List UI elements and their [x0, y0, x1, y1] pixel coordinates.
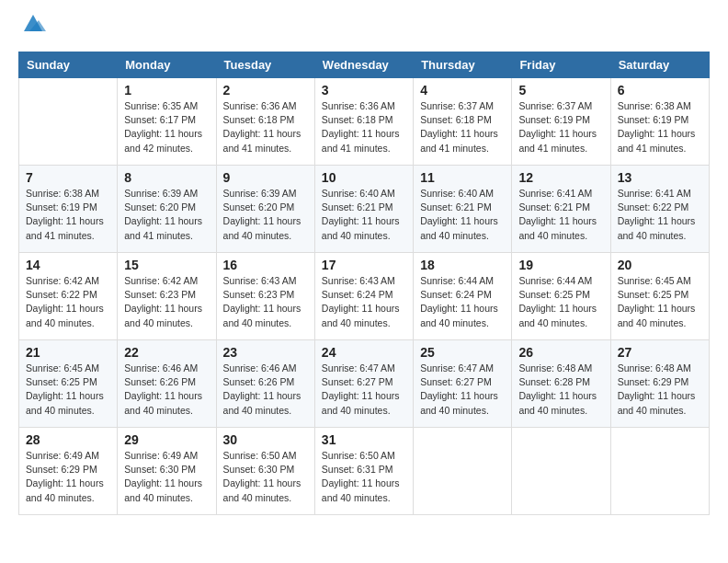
calendar-day-cell: 11Sunrise: 6:40 AMSunset: 6:21 PMDayligh…	[414, 166, 512, 253]
calendar-day-cell: 14Sunrise: 6:42 AMSunset: 6:22 PMDayligh…	[19, 253, 118, 340]
day-info: Sunrise: 6:39 AMSunset: 6:20 PMDaylight:…	[223, 187, 308, 243]
page-header	[18, 18, 710, 37]
day-info: Sunrise: 6:48 AMSunset: 6:28 PMDaylight:…	[518, 362, 603, 418]
day-info: Sunrise: 6:47 AMSunset: 6:27 PMDaylight:…	[420, 362, 505, 418]
calendar-day-cell: 20Sunrise: 6:45 AMSunset: 6:25 PMDayligh…	[610, 253, 709, 340]
calendar-day-cell: 3Sunrise: 6:36 AMSunset: 6:18 PMDaylight…	[314, 78, 413, 166]
day-number: 27	[618, 345, 702, 360]
day-info: Sunrise: 6:43 AMSunset: 6:24 PMDaylight:…	[322, 274, 406, 330]
day-info: Sunrise: 6:43 AMSunset: 6:23 PMDaylight:…	[223, 274, 308, 330]
day-number: 17	[322, 258, 406, 272]
day-number: 31	[322, 432, 406, 447]
day-number: 26	[518, 345, 603, 360]
day-number: 1	[124, 83, 209, 98]
day-info: Sunrise: 6:49 AMSunset: 6:30 PMDaylight:…	[124, 449, 209, 505]
weekday-header-cell: Tuesday	[216, 52, 314, 78]
calendar-day-cell: 18Sunrise: 6:44 AMSunset: 6:24 PMDayligh…	[414, 253, 512, 340]
calendar-week-row: 7Sunrise: 6:38 AMSunset: 6:19 PMDaylight…	[19, 166, 710, 253]
day-number: 7	[26, 170, 110, 185]
logo	[18, 18, 46, 37]
calendar-day-cell	[414, 428, 512, 515]
calendar-week-row: 28Sunrise: 6:49 AMSunset: 6:29 PMDayligh…	[19, 428, 710, 515]
calendar-day-cell: 4Sunrise: 6:37 AMSunset: 6:18 PMDaylight…	[414, 78, 512, 166]
day-number: 13	[618, 170, 702, 185]
weekday-header-cell: Friday	[512, 52, 610, 78]
weekday-header-cell: Monday	[118, 52, 216, 78]
day-info: Sunrise: 6:36 AMSunset: 6:18 PMDaylight:…	[223, 99, 308, 155]
calendar-day-cell: 5Sunrise: 6:37 AMSunset: 6:19 PMDaylight…	[512, 78, 610, 166]
calendar-day-cell: 25Sunrise: 6:47 AMSunset: 6:27 PMDayligh…	[414, 340, 512, 428]
calendar-day-cell	[512, 428, 610, 515]
day-number: 11	[420, 170, 505, 185]
calendar-week-row: 21Sunrise: 6:45 AMSunset: 6:25 PMDayligh…	[19, 340, 710, 428]
day-info: Sunrise: 6:49 AMSunset: 6:29 PMDaylight:…	[26, 449, 110, 505]
day-info: Sunrise: 6:44 AMSunset: 6:24 PMDaylight:…	[420, 274, 505, 330]
calendar-day-cell: 10Sunrise: 6:40 AMSunset: 6:21 PMDayligh…	[314, 166, 413, 253]
calendar-day-cell: 13Sunrise: 6:41 AMSunset: 6:22 PMDayligh…	[610, 166, 709, 253]
day-info: Sunrise: 6:40 AMSunset: 6:21 PMDaylight:…	[322, 187, 406, 243]
day-number: 3	[322, 83, 406, 98]
calendar-day-cell: 16Sunrise: 6:43 AMSunset: 6:23 PMDayligh…	[216, 253, 314, 340]
day-info: Sunrise: 6:47 AMSunset: 6:27 PMDaylight:…	[322, 362, 406, 418]
calendar-day-cell: 19Sunrise: 6:44 AMSunset: 6:25 PMDayligh…	[512, 253, 610, 340]
day-number: 14	[26, 258, 110, 272]
day-number: 21	[26, 345, 110, 360]
day-info: Sunrise: 6:44 AMSunset: 6:25 PMDaylight:…	[518, 274, 603, 330]
weekday-header-cell: Wednesday	[314, 52, 413, 78]
day-number: 29	[124, 432, 209, 447]
day-info: Sunrise: 6:38 AMSunset: 6:19 PMDaylight:…	[618, 99, 702, 155]
calendar-day-cell: 28Sunrise: 6:49 AMSunset: 6:29 PMDayligh…	[19, 428, 118, 515]
day-info: Sunrise: 6:42 AMSunset: 6:23 PMDaylight:…	[124, 274, 209, 330]
calendar-day-cell: 15Sunrise: 6:42 AMSunset: 6:23 PMDayligh…	[118, 253, 216, 340]
day-number: 22	[124, 345, 209, 360]
calendar-day-cell: 21Sunrise: 6:45 AMSunset: 6:25 PMDayligh…	[19, 340, 118, 428]
day-number: 2	[223, 83, 308, 98]
day-number: 20	[618, 258, 702, 272]
calendar-day-cell: 22Sunrise: 6:46 AMSunset: 6:26 PMDayligh…	[118, 340, 216, 428]
calendar-day-cell: 31Sunrise: 6:50 AMSunset: 6:31 PMDayligh…	[314, 428, 413, 515]
day-number: 25	[420, 345, 505, 360]
calendar-body: 1Sunrise: 6:35 AMSunset: 6:17 PMDaylight…	[19, 78, 710, 515]
day-number: 8	[124, 170, 209, 185]
calendar-day-cell: 17Sunrise: 6:43 AMSunset: 6:24 PMDayligh…	[314, 253, 413, 340]
calendar-day-cell: 7Sunrise: 6:38 AMSunset: 6:19 PMDaylight…	[19, 166, 118, 253]
calendar-week-row: 14Sunrise: 6:42 AMSunset: 6:22 PMDayligh…	[19, 253, 710, 340]
day-info: Sunrise: 6:37 AMSunset: 6:18 PMDaylight:…	[420, 99, 505, 155]
day-number: 12	[518, 170, 603, 185]
day-number: 23	[223, 345, 308, 360]
day-info: Sunrise: 6:46 AMSunset: 6:26 PMDaylight:…	[223, 362, 308, 418]
day-info: Sunrise: 6:39 AMSunset: 6:20 PMDaylight:…	[124, 187, 209, 243]
day-number: 15	[124, 258, 209, 272]
day-info: Sunrise: 6:42 AMSunset: 6:22 PMDaylight:…	[26, 274, 110, 330]
day-number: 5	[518, 83, 603, 98]
day-info: Sunrise: 6:37 AMSunset: 6:19 PMDaylight:…	[518, 99, 603, 155]
day-number: 24	[322, 345, 406, 360]
day-info: Sunrise: 6:48 AMSunset: 6:29 PMDaylight:…	[618, 362, 702, 418]
calendar-day-cell: 12Sunrise: 6:41 AMSunset: 6:21 PMDayligh…	[512, 166, 610, 253]
day-number: 6	[618, 83, 702, 98]
day-number: 16	[223, 258, 308, 272]
day-number: 28	[26, 432, 110, 447]
calendar-table: SundayMondayTuesdayWednesdayThursdayFrid…	[18, 52, 710, 515]
calendar-day-cell: 9Sunrise: 6:39 AMSunset: 6:20 PMDaylight…	[216, 166, 314, 253]
weekday-header-cell: Saturday	[610, 52, 709, 78]
calendar-day-cell: 29Sunrise: 6:49 AMSunset: 6:30 PMDayligh…	[118, 428, 216, 515]
day-info: Sunrise: 6:35 AMSunset: 6:17 PMDaylight:…	[124, 99, 209, 155]
day-info: Sunrise: 6:45 AMSunset: 6:25 PMDaylight:…	[618, 274, 702, 330]
day-number: 4	[420, 83, 505, 98]
calendar-week-row: 1Sunrise: 6:35 AMSunset: 6:17 PMDaylight…	[19, 78, 710, 166]
day-info: Sunrise: 6:41 AMSunset: 6:21 PMDaylight:…	[518, 187, 603, 243]
weekday-header-row: SundayMondayTuesdayWednesdayThursdayFrid…	[19, 52, 710, 78]
day-info: Sunrise: 6:50 AMSunset: 6:31 PMDaylight:…	[322, 449, 406, 505]
day-number: 30	[223, 432, 308, 447]
day-info: Sunrise: 6:38 AMSunset: 6:19 PMDaylight:…	[26, 187, 110, 243]
weekday-header-cell: Sunday	[19, 52, 118, 78]
calendar-day-cell: 2Sunrise: 6:36 AMSunset: 6:18 PMDaylight…	[216, 78, 314, 166]
day-info: Sunrise: 6:45 AMSunset: 6:25 PMDaylight:…	[26, 362, 110, 418]
calendar-day-cell: 8Sunrise: 6:39 AMSunset: 6:20 PMDaylight…	[118, 166, 216, 253]
day-number: 18	[420, 258, 505, 272]
day-info: Sunrise: 6:46 AMSunset: 6:26 PMDaylight:…	[124, 362, 209, 418]
calendar-day-cell: 27Sunrise: 6:48 AMSunset: 6:29 PMDayligh…	[610, 340, 709, 428]
calendar-day-cell	[19, 78, 118, 166]
calendar-day-cell: 24Sunrise: 6:47 AMSunset: 6:27 PMDayligh…	[314, 340, 413, 428]
